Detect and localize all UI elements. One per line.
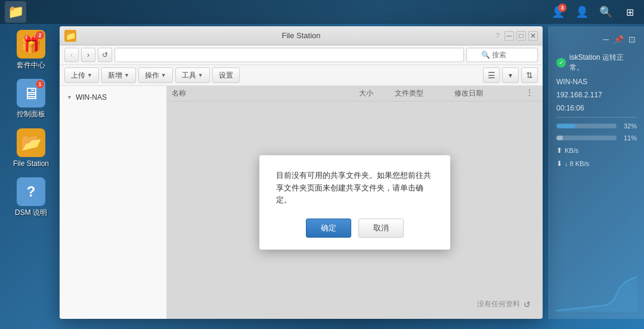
package-center-badge: 2 — [36, 31, 44, 39]
ram-progress-bg — [556, 136, 617, 140]
network-chart — [556, 276, 637, 312]
sort-button[interactable]: ⇅ — [521, 67, 538, 83]
action-dropdown-arrow: ▼ — [161, 72, 166, 78]
user-icon[interactable]: 👤 — [572, 2, 592, 21]
tools-dropdown-arrow: ▼ — [198, 72, 203, 78]
help-icon[interactable]: ? — [496, 32, 500, 40]
desktop-icon-file-station[interactable]: 📂 File Station — [10, 128, 52, 168]
taskbar-right: 👤 3 👤 🔍 ⊞ — [549, 2, 639, 21]
search-input[interactable] — [466, 48, 538, 62]
confirm-button[interactable]: 确定 — [306, 219, 351, 238]
panel-time: 00:16:06 — [556, 104, 637, 112]
new-dropdown-arrow: ▼ — [124, 72, 129, 78]
address-bar[interactable] — [114, 48, 464, 62]
download-speed-icon: ⬇ — [556, 159, 562, 168]
desktop: 📁 👤 3 👤 🔍 ⊞ 🎁 2 套件中心 — [0, 0, 644, 329]
panel-pin-icon[interactable]: 📌 — [612, 33, 625, 45]
back-button[interactable]: ‹ — [64, 48, 79, 62]
taskbar-filestation-icon[interactable]: 📁 — [5, 1, 26, 23]
action-toolbar-right: ☰ ▼ ⇅ — [483, 67, 538, 83]
win-nas-arrow: ▼ — [67, 94, 72, 100]
dialog: 目前没有可用的共享文件夹。如果您想前往共享文件夹页面来创建共享文件夹，请单击确定… — [259, 155, 450, 250]
dialog-buttons: 确定 取消 — [276, 219, 434, 238]
settings-button[interactable]: 设置 — [212, 67, 240, 83]
cpu-progress-bar-row: 32% — [556, 122, 637, 130]
minimize-button[interactable]: ─ — [504, 31, 514, 41]
search-wrapper: 🔍 — [466, 48, 538, 62]
upload-speed-value: KB/s — [565, 147, 578, 154]
sidebar: ▼ WIN-NAS — [60, 86, 167, 319]
desktop-icon-dsm-help[interactable]: ? DSM 说明 — [10, 177, 52, 217]
control-panel-badge: 1 — [36, 80, 44, 88]
panel-ip-row: 192.168.2.117 — [556, 91, 637, 99]
dsm-help-label: DSM 说明 — [15, 208, 47, 217]
main-area: 名称 大小 文件类型 修改日期 ⋮ 目前没有可用的共享文件夹。如果您想前往共享文… — [167, 86, 543, 319]
cpu-progress-bg — [556, 124, 617, 128]
ram-pct-label: 11% — [620, 134, 637, 142]
dialog-overlay: 目前没有可用的共享文件夹。如果您想前往共享文件夹页面来创建共享文件夹，请单击确定… — [167, 86, 543, 319]
panel-status-text: iskStation 运转正常。 — [569, 53, 637, 73]
window-app-icon: 📁 — [64, 30, 76, 42]
cancel-button[interactable]: 取消 — [358, 219, 404, 238]
ram-progress-bar-row: 11% — [556, 134, 637, 142]
chart-area — [556, 173, 637, 312]
win-nas-label: WIN-NAS — [76, 93, 107, 102]
right-panel: ─ 📌 ⊡ ✓ iskStation 运转正常。 WIN-NAS 192.168… — [549, 26, 644, 319]
panel-server-name: WIN-NAS — [556, 78, 637, 86]
action-toolbar: 上传 ▼ 新增 ▼ 操作 ▼ 工具 ▼ 设置 — [60, 65, 543, 86]
restore-button[interactable]: □ — [516, 31, 526, 41]
nav-toolbar: ‹ › ↺ 🔍 — [60, 45, 543, 65]
panel-divider — [556, 117, 637, 118]
panel-controls: ─ 📌 ⊡ — [556, 33, 637, 45]
desktop-icons: 🎁 2 套件中心 🖥 1 控制面板 📂 File Station ? DSM 说… — [10, 30, 52, 217]
cpu-progress-fill — [556, 124, 575, 128]
upload-dropdown-arrow: ▼ — [87, 72, 92, 78]
package-center-label: 套件中心 — [17, 61, 45, 69]
new-button[interactable]: 新增 ▼ — [101, 67, 136, 83]
panel-minimize-icon[interactable]: ─ — [602, 33, 610, 45]
ram-progress-row: 11% — [556, 134, 637, 142]
desktop-icon-package-center[interactable]: 🎁 2 套件中心 — [10, 30, 52, 69]
ram-progress-fill — [556, 136, 563, 140]
notifications-icon[interactable]: 👤 3 — [549, 2, 568, 21]
forward-button[interactable]: › — [81, 48, 95, 62]
panel-time-row: 00:16:06 — [556, 104, 637, 112]
panel-expand-icon[interactable]: ⊡ — [627, 33, 637, 45]
window-title: File Station — [281, 31, 320, 40]
list-view-button[interactable]: ☰ — [483, 67, 500, 83]
upload-speed-row: ⬆ KB/s — [556, 146, 637, 155]
tools-button[interactable]: 工具 ▼ — [175, 67, 210, 83]
close-button[interactable]: ✕ — [528, 31, 538, 41]
file-station-label: File Station — [13, 159, 49, 168]
grid-icon[interactable]: ⊞ — [620, 2, 639, 21]
search-taskbar-icon[interactable]: 🔍 — [596, 2, 615, 21]
download-speed-value: ↓ 8 KB/s — [565, 160, 589, 167]
action-button[interactable]: 操作 ▼ — [138, 67, 173, 83]
action-toolbar-left: 上传 ▼ 新增 ▼ 操作 ▼ 工具 ▼ 设置 — [64, 67, 240, 83]
panel-server-name-row: WIN-NAS — [556, 78, 637, 86]
panel-ip: 192.168.2.117 — [556, 91, 637, 99]
desktop-icon-control-panel[interactable]: 🖥 1 控制面板 — [10, 79, 52, 118]
taskbar-left: 📁 — [5, 1, 26, 23]
window-controls: ? ─ □ ✕ — [496, 31, 538, 41]
download-speed-row: ⬇ ↓ 8 KB/s — [556, 159, 637, 168]
status-dot: ✓ — [556, 58, 566, 67]
view-options-button[interactable]: ▼ — [502, 67, 519, 83]
dialog-message: 目前没有可用的共享文件夹。如果您想前往共享文件夹页面来创建共享文件夹，请单击确定… — [276, 170, 434, 207]
refresh-button[interactable]: ↺ — [98, 48, 112, 62]
upload-speed-icon: ⬆ — [556, 146, 562, 155]
window-titlebar: 📁 File Station ? ─ □ ✕ — [60, 26, 543, 45]
cpu-progress-row: 32% — [556, 122, 637, 130]
cpu-pct-label: 32% — [620, 122, 637, 130]
titlebar-left: 📁 — [64, 30, 76, 42]
window-content: ▼ WIN-NAS 名称 大小 文件类型 修改日期 ⋮ 目前没有可用的共享文件夹 — [60, 86, 543, 319]
taskbar: 📁 👤 3 👤 🔍 ⊞ — [0, 0, 644, 24]
control-panel-label: 控制面板 — [17, 110, 45, 118]
panel-status: ✓ iskStation 运转正常。 — [556, 53, 637, 73]
file-station-window: 📁 File Station ? ─ □ ✕ ‹ › ↺ 🔍 — [60, 26, 543, 319]
upload-button[interactable]: 上传 ▼ — [64, 67, 99, 83]
notifications-badge: 3 — [558, 4, 566, 12]
sidebar-item-win-nas[interactable]: ▼ WIN-NAS — [60, 91, 166, 104]
